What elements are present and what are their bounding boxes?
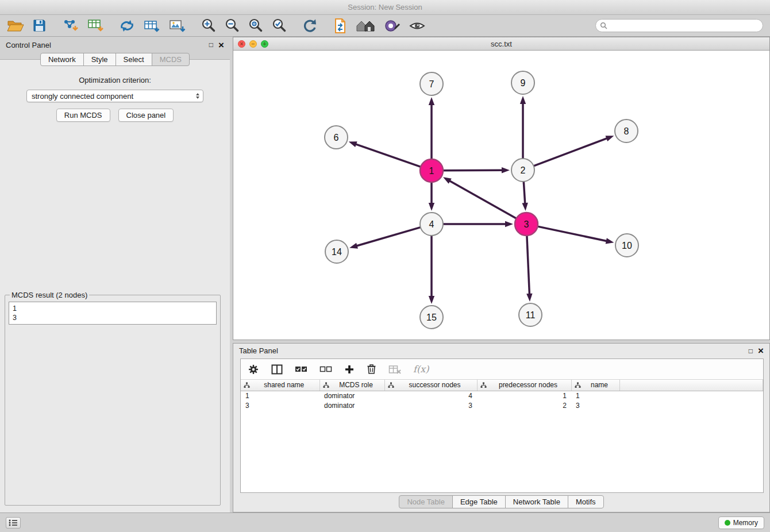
graph-edge-1-6[interactable] <box>355 144 421 167</box>
graph-node-15[interactable]: 15 <box>420 306 443 329</box>
tab-style[interactable]: Style <box>83 53 116 66</box>
graph-node-11[interactable]: 11 <box>519 303 542 326</box>
tab-mcds[interactable]: MCDS <box>152 53 190 66</box>
network-canvas[interactable]: 7968124314101511 <box>233 51 769 340</box>
attribute-type-icon <box>244 382 250 388</box>
tab-node-table[interactable]: Node Table <box>399 495 453 508</box>
show-panels-button[interactable] <box>6 517 21 529</box>
import-network-icon[interactable] <box>119 18 135 33</box>
graph-node-10[interactable]: 10 <box>615 234 638 257</box>
table-panel: Table Panel □ × f(x) shared nameMCDS rol… <box>233 343 770 512</box>
cell-name[interactable]: 3 <box>571 400 619 410</box>
graph-edge-4-14[interactable] <box>356 228 421 246</box>
cell-filler <box>619 400 763 410</box>
table-panel-header: Table Panel □ × <box>233 344 769 358</box>
home-icon[interactable] <box>356 18 376 33</box>
column-header-mcds-role[interactable]: MCDS role <box>319 380 384 391</box>
cell-name[interactable]: 1 <box>571 391 619 400</box>
graph-edge-3-10[interactable] <box>538 226 607 241</box>
refresh-icon[interactable] <box>302 18 318 33</box>
show-graphics-details-icon[interactable] <box>409 20 426 32</box>
import-table-icon[interactable] <box>143 18 160 33</box>
zoom-window-button[interactable]: + <box>261 40 268 48</box>
optimization-select[interactable]: strongly connected component <box>26 90 203 102</box>
graph-edge-2-3[interactable] <box>523 182 525 204</box>
close-table-panel-button[interactable]: × <box>758 346 764 356</box>
cell-shared-name[interactable]: 1 <box>241 391 319 400</box>
control-panel-title: Control Panel <box>6 41 51 49</box>
add-icon[interactable] <box>344 364 355 375</box>
run-mcds-button[interactable]: Run MCDS <box>56 109 110 122</box>
minimize-window-button[interactable]: − <box>249 40 257 48</box>
table-row[interactable]: 3dominator323 <box>241 400 763 410</box>
window-controls: ×−+ <box>238 40 268 48</box>
style-paint-icon[interactable] <box>384 18 401 33</box>
node-table-body: 1dominator4113dominator323 <box>241 391 763 410</box>
close-control-panel-button[interactable]: × <box>218 40 224 50</box>
graph-node-1[interactable]: 1 <box>420 159 443 182</box>
export-network-icon[interactable] <box>333 18 348 34</box>
graph-edge-3-1[interactable] <box>449 180 516 218</box>
close-panel-button[interactable]: Close panel <box>118 109 174 122</box>
select-all-rows-icon[interactable] <box>295 365 307 373</box>
zoom-selected-icon[interactable] <box>271 18 287 33</box>
zoom-out-icon[interactable] <box>224 18 240 33</box>
delete-icon[interactable] <box>367 364 376 375</box>
close-window-button[interactable]: × <box>238 40 245 48</box>
column-header-successor-nodes[interactable]: successor nodes <box>384 380 477 391</box>
column-header-name[interactable]: name <box>571 380 619 391</box>
cell-filler <box>619 391 763 400</box>
svg-text:8: 8 <box>624 126 629 136</box>
graph-node-9[interactable]: 9 <box>511 71 534 94</box>
column-header-predecessor-nodes[interactable]: predecessor nodes <box>477 380 571 391</box>
graph-node-7[interactable]: 7 <box>420 72 443 95</box>
export-image-icon[interactable] <box>168 18 186 33</box>
mcds-panel: Optimization criterion: strongly connect… <box>0 59 230 512</box>
graph-edge-1-2[interactable] <box>443 170 503 171</box>
zoom-fit-icon[interactable] <box>248 18 263 33</box>
list-icon <box>9 519 18 526</box>
float-table-panel-button[interactable]: □ <box>749 348 753 354</box>
float-control-panel-button[interactable]: □ <box>209 41 213 48</box>
import-table-from-file-icon[interactable] <box>87 18 104 33</box>
tab-select[interactable]: Select <box>116 53 152 66</box>
graph-edge-arrow-icon <box>520 96 526 104</box>
cell-mcds-role[interactable]: dominator <box>319 391 384 400</box>
cell-predecessor-nodes[interactable]: 2 <box>477 400 571 410</box>
import-network-from-file-icon[interactable] <box>61 18 79 33</box>
tab-network[interactable]: Network <box>40 53 84 66</box>
settings-gear-icon[interactable] <box>248 364 259 375</box>
show-column-icon[interactable] <box>271 364 283 375</box>
table-panel-tabs: Node TableEdge TableNetwork TableMotifs <box>233 495 769 512</box>
graph-node-8[interactable]: 8 <box>615 119 638 142</box>
cell-predecessor-nodes[interactable]: 1 <box>477 391 571 400</box>
graph-node-14[interactable]: 14 <box>325 240 348 263</box>
graph-node-6[interactable]: 6 <box>325 126 348 149</box>
graph-edge-2-8[interactable] <box>534 138 608 166</box>
tab-network-table[interactable]: Network Table <box>505 495 568 508</box>
graph-node-4[interactable]: 4 <box>420 213 443 236</box>
node-table-header-row: shared nameMCDS rolesuccessor nodesprede… <box>241 380 763 391</box>
graph-edge-arrow-icon <box>429 97 434 105</box>
open-session-icon[interactable] <box>7 19 24 33</box>
attribute-type-icon <box>480 382 487 388</box>
memory-button[interactable]: Memory <box>718 516 764 529</box>
deselect-all-rows-icon[interactable] <box>319 365 332 373</box>
graph-node-3[interactable]: 3 <box>515 213 538 236</box>
graph-edge-3-11[interactable] <box>527 236 530 295</box>
cell-mcds-role[interactable]: dominator <box>319 400 384 410</box>
cell-successor-nodes[interactable]: 4 <box>384 391 477 400</box>
svg-text:11: 11 <box>526 310 536 320</box>
zoom-in-icon[interactable] <box>201 18 216 33</box>
tab-motifs[interactable]: Motifs <box>568 495 604 508</box>
graph-edge-arrow-icon <box>505 221 513 227</box>
tab-edge-table[interactable]: Edge Table <box>452 495 506 508</box>
cell-shared-name[interactable]: 3 <box>241 400 319 410</box>
search-input[interactable] <box>595 19 763 32</box>
column-header-shared-name[interactable]: shared name <box>241 380 319 391</box>
graph-node-2[interactable]: 2 <box>511 159 534 182</box>
save-session-icon[interactable] <box>32 18 47 33</box>
cell-successor-nodes[interactable]: 3 <box>384 400 477 410</box>
svg-text:14: 14 <box>332 247 342 257</box>
table-row[interactable]: 1dominator411 <box>241 391 763 400</box>
